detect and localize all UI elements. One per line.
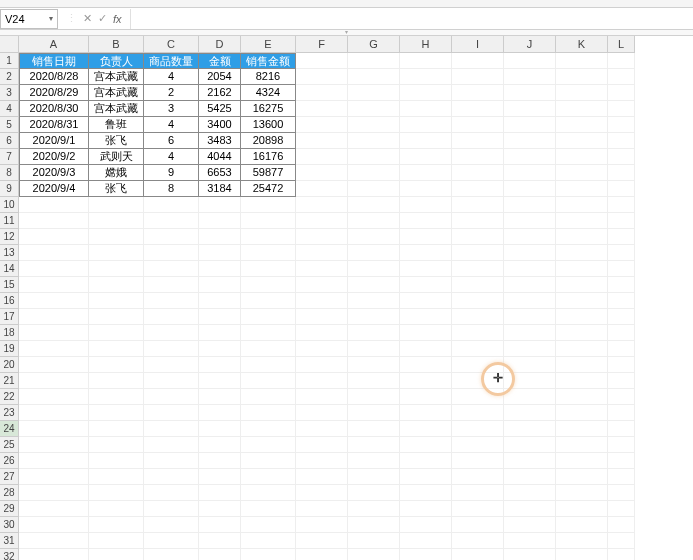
cell-F32[interactable] — [296, 549, 348, 560]
cell-L11[interactable] — [608, 213, 635, 229]
cell-B26[interactable] — [89, 453, 144, 469]
row-header-7[interactable]: 7 — [0, 149, 19, 165]
cell-H2[interactable] — [400, 69, 452, 85]
column-header-I[interactable]: I — [452, 36, 504, 53]
cell-F20[interactable] — [296, 357, 348, 373]
cells-area[interactable]: 销售日期负责人商品数量金额销售金额2020/8/28宫本武藏4205482162… — [19, 53, 635, 560]
cell-B2[interactable]: 宫本武藏 — [89, 69, 144, 85]
cell-J25[interactable] — [504, 437, 556, 453]
column-header-A[interactable]: A — [19, 36, 89, 53]
cell-A7[interactable]: 2020/9/2 — [19, 149, 89, 165]
cell-I15[interactable] — [452, 277, 504, 293]
cell-K5[interactable] — [556, 117, 608, 133]
cell-A9[interactable]: 2020/9/4 — [19, 181, 89, 197]
cell-K1[interactable] — [556, 53, 608, 69]
cell-B23[interactable] — [89, 405, 144, 421]
cell-G18[interactable] — [348, 325, 400, 341]
cell-K26[interactable] — [556, 453, 608, 469]
cell-J16[interactable] — [504, 293, 556, 309]
name-box[interactable]: V24 ▾ — [0, 9, 58, 29]
cell-L16[interactable] — [608, 293, 635, 309]
cell-D20[interactable] — [199, 357, 241, 373]
cell-F7[interactable] — [296, 149, 348, 165]
cell-K4[interactable] — [556, 101, 608, 117]
cell-D10[interactable] — [199, 197, 241, 213]
cell-F23[interactable] — [296, 405, 348, 421]
cell-E26[interactable] — [241, 453, 296, 469]
cell-F25[interactable] — [296, 437, 348, 453]
cell-L27[interactable] — [608, 469, 635, 485]
cell-H20[interactable] — [400, 357, 452, 373]
cell-D21[interactable] — [199, 373, 241, 389]
cell-F15[interactable] — [296, 277, 348, 293]
cell-A20[interactable] — [19, 357, 89, 373]
cell-F5[interactable] — [296, 117, 348, 133]
cell-K18[interactable] — [556, 325, 608, 341]
row-header-3[interactable]: 3 — [0, 85, 19, 101]
cell-D15[interactable] — [199, 277, 241, 293]
cell-H26[interactable] — [400, 453, 452, 469]
cell-L8[interactable] — [608, 165, 635, 181]
cell-J5[interactable] — [504, 117, 556, 133]
cell-J3[interactable] — [504, 85, 556, 101]
cell-K2[interactable] — [556, 69, 608, 85]
cell-I14[interactable] — [452, 261, 504, 277]
cell-A17[interactable] — [19, 309, 89, 325]
row-header-31[interactable]: 31 — [0, 533, 19, 549]
cell-G16[interactable] — [348, 293, 400, 309]
cell-E15[interactable] — [241, 277, 296, 293]
cell-I23[interactable] — [452, 405, 504, 421]
cell-K16[interactable] — [556, 293, 608, 309]
row-header-30[interactable]: 30 — [0, 517, 19, 533]
cell-G2[interactable] — [348, 69, 400, 85]
cell-C28[interactable] — [144, 485, 199, 501]
cell-F24[interactable] — [296, 421, 348, 437]
cell-E27[interactable] — [241, 469, 296, 485]
cell-K32[interactable] — [556, 549, 608, 560]
cell-F2[interactable] — [296, 69, 348, 85]
cell-C1[interactable]: 商品数量 — [144, 53, 199, 69]
cell-E18[interactable] — [241, 325, 296, 341]
cell-L24[interactable] — [608, 421, 635, 437]
cell-L13[interactable] — [608, 245, 635, 261]
cell-D26[interactable] — [199, 453, 241, 469]
cell-B18[interactable] — [89, 325, 144, 341]
cell-C18[interactable] — [144, 325, 199, 341]
cell-E21[interactable] — [241, 373, 296, 389]
cell-J13[interactable] — [504, 245, 556, 261]
cell-B17[interactable] — [89, 309, 144, 325]
cell-E20[interactable] — [241, 357, 296, 373]
cell-C14[interactable] — [144, 261, 199, 277]
cell-D18[interactable] — [199, 325, 241, 341]
cell-J11[interactable] — [504, 213, 556, 229]
cell-I27[interactable] — [452, 469, 504, 485]
cell-F9[interactable] — [296, 181, 348, 197]
cell-L7[interactable] — [608, 149, 635, 165]
cell-H12[interactable] — [400, 229, 452, 245]
cell-H23[interactable] — [400, 405, 452, 421]
cell-L26[interactable] — [608, 453, 635, 469]
cell-E11[interactable] — [241, 213, 296, 229]
cell-C15[interactable] — [144, 277, 199, 293]
cell-C30[interactable] — [144, 517, 199, 533]
cell-E8[interactable]: 59877 — [241, 165, 296, 181]
cell-A15[interactable] — [19, 277, 89, 293]
cell-L4[interactable] — [608, 101, 635, 117]
row-header-1[interactable]: 1 — [0, 53, 19, 69]
cell-K13[interactable] — [556, 245, 608, 261]
cell-K20[interactable] — [556, 357, 608, 373]
row-header-15[interactable]: 15 — [0, 277, 19, 293]
cell-L2[interactable] — [608, 69, 635, 85]
cell-D22[interactable] — [199, 389, 241, 405]
cell-B29[interactable] — [89, 501, 144, 517]
cell-H25[interactable] — [400, 437, 452, 453]
cell-E5[interactable]: 13600 — [241, 117, 296, 133]
cell-J15[interactable] — [504, 277, 556, 293]
cell-A3[interactable]: 2020/8/29 — [19, 85, 89, 101]
cell-C20[interactable] — [144, 357, 199, 373]
cell-H18[interactable] — [400, 325, 452, 341]
confirm-icon[interactable]: ✓ — [98, 12, 107, 25]
cell-D23[interactable] — [199, 405, 241, 421]
cell-A19[interactable] — [19, 341, 89, 357]
cell-F3[interactable] — [296, 85, 348, 101]
